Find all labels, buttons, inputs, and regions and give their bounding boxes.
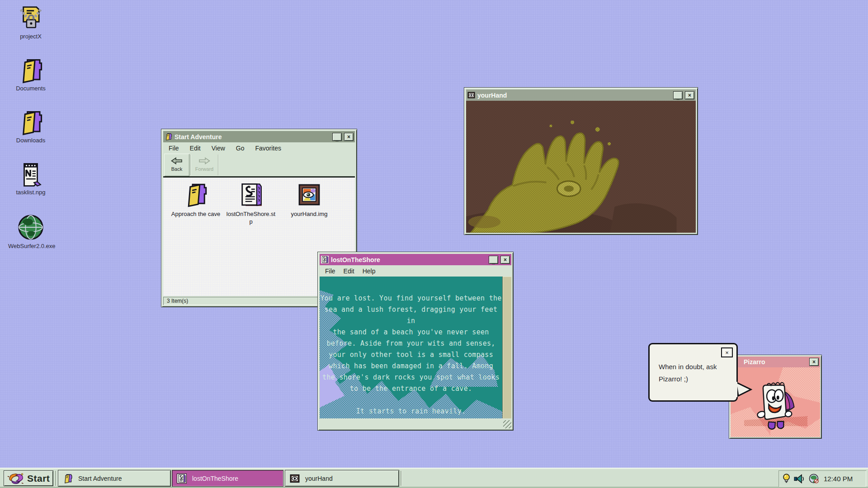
desktop-icon-projectx[interactable]: projectX <box>8 5 53 40</box>
picture-eye-icon <box>290 474 300 483</box>
globe-network-icon[interactable] <box>809 474 819 484</box>
script-document-icon <box>321 256 329 263</box>
scrollbar[interactable] <box>502 277 511 418</box>
story-menubar: File Edit Help <box>320 265 511 277</box>
start-button[interactable]: Start <box>4 470 53 486</box>
close-button[interactable]: × <box>809 358 819 366</box>
hand-image <box>466 101 696 233</box>
yourhand-window: yourHand _ × <box>464 87 698 235</box>
globe-icon <box>17 213 45 241</box>
desktop-icon-websurfer[interactable]: WebSurfer2.0.exe <box>8 213 53 249</box>
clock: 12:40 PM <box>824 475 853 483</box>
task-button-lostontheshore[interactable]: lostOnTheShore <box>172 470 283 487</box>
speaker-icon[interactable] <box>794 474 805 483</box>
folder-icon <box>183 182 208 207</box>
task-button-start-adventure[interactable]: Start Adventure <box>58 470 171 487</box>
file-item-label: yourHand.img <box>284 210 335 218</box>
window-title: lostOnTheShore <box>331 256 486 263</box>
desktop-icon-documents[interactable]: Documents <box>8 57 53 92</box>
pizarro-titlebar[interactable]: Pizarro × <box>731 357 820 367</box>
folder-icon <box>63 474 73 483</box>
yourhand-titlebar[interactable]: yourHand _ × <box>466 89 696 101</box>
pizarro-character[interactable] <box>749 376 801 433</box>
bubble-text: When in doubt, ask Pizarro! ;) <box>659 361 717 385</box>
minimize-button[interactable]: _ <box>332 133 342 141</box>
menu-edit[interactable]: Edit <box>344 267 354 275</box>
desktop-icon-tasklist[interactable]: tasklist.npg <box>8 161 53 196</box>
script-document-icon <box>238 182 264 207</box>
menu-file[interactable]: File <box>325 267 335 275</box>
arrow-left-icon <box>171 157 183 165</box>
explorer-menubar: File Edit View Go Favorites <box>163 142 355 154</box>
toolbar-separator <box>190 155 191 175</box>
assistant-speech-bubble: × When in doubt, ask Pizarro! ;) <box>648 343 738 402</box>
desktop: projectX Documents Downloads tasklist.np… <box>0 0 868 488</box>
forward-button[interactable]: Forward <box>192 154 217 176</box>
folder-icon <box>165 133 172 141</box>
close-icon[interactable]: × <box>721 347 733 357</box>
taskbar-divider <box>55 471 56 486</box>
desktop-icon-label: projectX <box>8 33 53 40</box>
story-window: lostOnTheShore _ × File Edit Help You ar… <box>317 252 514 431</box>
file-item-label: Approach the cave <box>170 210 221 218</box>
toolbar-separator <box>218 155 218 175</box>
story-titlebar[interactable]: lostOnTheShore _ × <box>320 254 511 265</box>
close-button[interactable]: × <box>344 133 354 141</box>
notepad-icon <box>18 161 44 188</box>
window-title: yourHand <box>477 92 671 99</box>
file-item-approach-the-cave[interactable]: Approach the cave <box>170 182 221 218</box>
start-logo-icon <box>7 472 25 485</box>
task-button-yourhand[interactable]: yourHand <box>285 470 399 487</box>
menu-file[interactable]: File <box>169 145 179 152</box>
item-count: 3 Item(s) <box>167 298 188 304</box>
folder-icon <box>18 109 44 136</box>
folder-icon <box>18 57 44 84</box>
locked-document-icon <box>18 5 44 32</box>
system-tray: 12:40 PM <box>778 470 866 487</box>
picture-eye-icon <box>467 91 475 99</box>
desktop-icon-downloads[interactable]: Downloads <box>8 109 53 144</box>
taskbar: Start Start Adventure lostOnTheShore you… <box>0 468 868 488</box>
resize-grip[interactable] <box>503 420 511 428</box>
file-item-yourhand-img[interactable]: yourHand.img <box>284 182 335 218</box>
story-window-footer <box>320 418 511 428</box>
menu-help[interactable]: Help <box>363 267 376 275</box>
close-button[interactable]: × <box>500 256 510 264</box>
arrow-right-icon <box>198 157 210 165</box>
minimize-button[interactable]: _ <box>673 91 683 99</box>
speech-bubble-tail <box>735 382 752 397</box>
pizarro-canvas <box>731 367 820 437</box>
desktop-icon-label: tasklist.npg <box>8 189 53 196</box>
desktop-icon-label: WebSurfer2.0.exe <box>8 243 53 249</box>
file-item-label: lostOnTheShore.stp <box>226 210 276 225</box>
script-document-icon <box>177 474 187 483</box>
menu-favorites[interactable]: Favorites <box>255 145 281 152</box>
window-title: Start Adventure <box>175 133 330 141</box>
taskbar-divider <box>401 471 401 486</box>
menu-view[interactable]: View <box>212 145 225 152</box>
back-button[interactable]: Back <box>164 154 189 176</box>
explorer-toolbar: Back Forward <box>163 154 355 178</box>
desktop-icon-label: Downloads <box>8 137 53 144</box>
menu-go[interactable]: Go <box>236 145 245 152</box>
minimize-button[interactable]: _ <box>489 256 498 264</box>
close-button[interactable]: × <box>685 91 694 99</box>
file-item-lostontheshore-stp[interactable]: lostOnTheShore.stp <box>226 182 276 225</box>
desktop-icon-label: Documents <box>8 85 53 92</box>
explorer-titlebar[interactable]: Start Adventure _ × <box>163 131 355 142</box>
menu-edit[interactable]: Edit <box>190 145 201 152</box>
lightbulb-icon[interactable] <box>783 473 790 484</box>
story-canvas: You are lost. You find yourself between … <box>320 277 502 418</box>
window-title: Pizarro <box>732 358 807 366</box>
framed-picture-icon <box>297 182 322 207</box>
story-text: You are lost. You find yourself between … <box>320 277 502 417</box>
